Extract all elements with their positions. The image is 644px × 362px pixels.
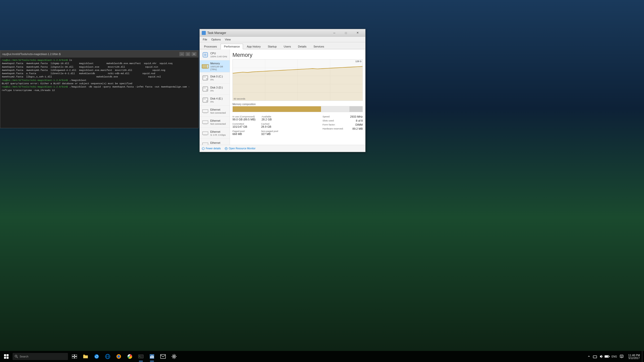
terminal-window: ray@ui:/mnt/d/Tools/ncbi-magicblast-1.2.… bbox=[0, 50, 199, 128]
network-tray-icon bbox=[593, 355, 597, 358]
svg-rect-78 bbox=[151, 355, 152, 358]
svg-rect-30 bbox=[203, 110, 208, 113]
tray-battery[interactable] bbox=[605, 354, 610, 359]
sidebar-item-ethernet4[interactable]: Ethernet S: 0 R: 0 Kbps bbox=[200, 139, 230, 145]
svg-point-66 bbox=[94, 354, 99, 359]
svg-rect-89 bbox=[620, 355, 623, 357]
stat-form-factor-value: DIMM bbox=[355, 123, 363, 126]
taskbar-item-edge[interactable] bbox=[91, 351, 102, 362]
stat-paged-pool: Paged pool 668 MB bbox=[232, 130, 255, 135]
tray-hidden-icons[interactable] bbox=[586, 354, 591, 359]
tab-services[interactable]: Services bbox=[310, 44, 327, 49]
taskbar-item-terminal[interactable]: >_ bbox=[135, 351, 146, 362]
taskbar-item-ie[interactable] bbox=[102, 351, 113, 362]
terminal-titlebar: ray@ui:/mnt/d/Tools/ncbi-magicblast-1.2.… bbox=[0, 51, 198, 58]
tab-processes[interactable]: Processes bbox=[201, 44, 220, 49]
menu-file[interactable]: File bbox=[201, 37, 209, 41]
menu-view[interactable]: View bbox=[223, 37, 233, 41]
window-minimize-button[interactable]: ─ bbox=[329, 29, 340, 37]
show-desktop-button[interactable] bbox=[642, 351, 644, 362]
menu-options[interactable]: Options bbox=[209, 37, 223, 41]
sidebar-item-ethernet3[interactable]: Ethernet S: 0 R: 0 Kbps bbox=[200, 128, 230, 139]
tray-language[interactable]: ENG bbox=[611, 354, 618, 359]
terminal-minimize-button[interactable]: ─ bbox=[179, 52, 184, 56]
terminal-content[interactable]: ray@ui:/mnt/d/Tools/ncbi-magicblast-1.2.… bbox=[0, 58, 198, 128]
task-view-button[interactable] bbox=[69, 351, 80, 362]
taskbar-item-settings[interactable] bbox=[169, 351, 180, 362]
sidebar-item-disk4[interactable]: Disk 4 (E:) 0% bbox=[200, 95, 230, 106]
sidebar-item-cpu[interactable]: CPU 100% 3.40 GHz bbox=[200, 49, 230, 60]
disk4-sidebar-info: Disk 4 (E:) 0% bbox=[210, 97, 228, 103]
taskbar-search[interactable]: Search bbox=[13, 353, 68, 360]
svg-text:i: i bbox=[203, 148, 203, 150]
action-center-icon bbox=[620, 355, 623, 358]
tray-action-center[interactable] bbox=[619, 354, 624, 359]
taskbar-item-mail[interactable] bbox=[157, 351, 169, 362]
window-maximize-button[interactable]: □ bbox=[340, 29, 352, 37]
tab-startup[interactable]: Startup bbox=[264, 44, 280, 49]
open-resource-monitor-button[interactable]: Open Resource Monitor bbox=[225, 147, 255, 150]
taskbar-clock[interactable]: 11:48 PM 5/12/2017 bbox=[626, 354, 642, 359]
cpu-sidebar-icon bbox=[202, 51, 209, 58]
svg-point-71 bbox=[117, 355, 120, 358]
disk3-sidebar-name: Disk 3 (D:) bbox=[210, 86, 228, 89]
stat-cached-label: Cached bbox=[261, 122, 284, 125]
svg-rect-62 bbox=[72, 354, 74, 356]
terminal-maximize-button[interactable]: □ bbox=[185, 52, 190, 56]
terminal-close-button[interactable]: ✕ bbox=[191, 52, 196, 56]
task-manager-tabs: Processes Performance App history Startu… bbox=[200, 42, 365, 49]
tab-performance[interactable]: Performance bbox=[221, 44, 243, 49]
search-icon bbox=[15, 355, 18, 358]
svg-rect-40 bbox=[203, 132, 208, 135]
taskbar-search-text: Search bbox=[20, 355, 28, 358]
tray-network[interactable] bbox=[592, 354, 597, 359]
memory-stats-right: Speed: 2933 MHz Slots used: 8 of 8 Form … bbox=[323, 115, 363, 135]
win-square-1 bbox=[4, 354, 6, 356]
sidebar-item-disk0[interactable]: Disk 0 (C:) 0% bbox=[200, 72, 230, 83]
svg-rect-64 bbox=[72, 357, 74, 358]
task-manager-titlebar: Task Manager ─ □ ✕ bbox=[200, 29, 365, 37]
resource-monitor-icon bbox=[225, 147, 228, 150]
disk3-sidebar-value: 0% bbox=[210, 89, 228, 92]
stat-paged-pool-value: 668 MB bbox=[232, 132, 255, 135]
disk0-sidebar-info: Disk 0 (C:) 0% bbox=[210, 75, 228, 81]
svg-rect-24 bbox=[203, 87, 208, 91]
svg-rect-80 bbox=[160, 354, 166, 358]
cpu-sidebar-info: CPU 100% 3.40 GHz bbox=[210, 52, 228, 58]
win-square-4 bbox=[7, 357, 9, 359]
mail-icon bbox=[160, 354, 166, 359]
chrome-icon bbox=[127, 354, 133, 359]
fewer-details-button[interactable]: i Fewer details bbox=[202, 147, 221, 150]
ethernet1-sidebar-icon bbox=[202, 108, 209, 115]
task-manager-main-content: Memory 128 G bbox=[230, 49, 365, 145]
sidebar-item-disk3[interactable]: Disk 3 (D:) 0% bbox=[200, 83, 230, 95]
stat-cached-value: 28.9 GB bbox=[261, 125, 284, 128]
file-explorer-icon bbox=[83, 354, 88, 359]
tab-details[interactable]: Details bbox=[295, 44, 310, 49]
window-close-button[interactable]: ✕ bbox=[352, 29, 363, 37]
fewer-details-label: Fewer details bbox=[206, 147, 221, 150]
taskbar-item-firefox[interactable] bbox=[113, 351, 124, 362]
sidebar-item-ethernet2[interactable]: Ethernet Not connected bbox=[200, 117, 230, 128]
terminal-line-2: 4weekapo2.fasta 4weeksym4.fasta libgmp-1… bbox=[2, 62, 197, 65]
tab-users[interactable]: Users bbox=[280, 44, 294, 49]
tray-volume[interactable] bbox=[598, 354, 603, 359]
sidebar-item-memory[interactable]: Memory 100/128 GB (78%) bbox=[200, 60, 230, 72]
memory-composition-label: Memory composition bbox=[232, 103, 363, 106]
svg-rect-87 bbox=[605, 356, 608, 357]
tab-app-history[interactable]: App history bbox=[244, 44, 264, 49]
sidebar-item-ethernet1[interactable]: Ethernet Not connected bbox=[200, 106, 230, 117]
memory-sidebar-info: Memory 100/128 GB (78%) bbox=[210, 62, 228, 71]
svg-rect-88 bbox=[609, 356, 610, 357]
start-icon bbox=[4, 354, 9, 359]
taskbar-item-task-manager[interactable] bbox=[146, 351, 157, 362]
svg-line-61 bbox=[17, 357, 18, 358]
taskbar-item-chrome[interactable] bbox=[124, 351, 135, 362]
ethernet2-sidebar-value: Not connected bbox=[210, 122, 228, 125]
task-view-icon bbox=[72, 354, 77, 358]
ethernet1-sidebar-name: Ethernet bbox=[210, 108, 228, 111]
taskbar-item-file-explorer[interactable] bbox=[80, 351, 91, 362]
start-button[interactable] bbox=[0, 351, 13, 362]
ethernet4-sidebar-icon bbox=[202, 141, 209, 145]
svg-text:>_: >_ bbox=[139, 355, 142, 357]
